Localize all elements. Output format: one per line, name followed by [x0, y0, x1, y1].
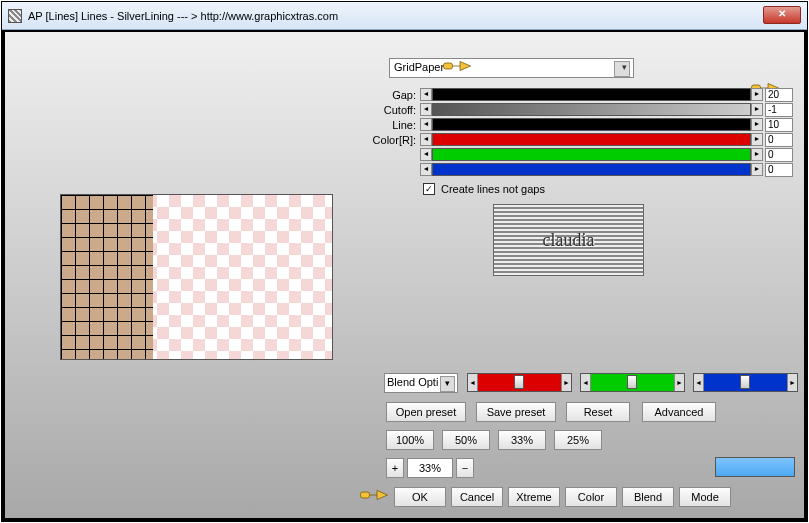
- app-icon: [8, 9, 22, 23]
- logo-text: claudia: [543, 230, 595, 251]
- colorG-decrease[interactable]: ◄: [420, 148, 432, 161]
- gap-increase[interactable]: ►: [751, 88, 763, 101]
- preset-value: GridPaper: [394, 61, 444, 73]
- svg-rect-0: [444, 63, 453, 69]
- green-slider[interactable]: ◄ ►: [580, 373, 685, 392]
- line-row: Line: ◄ ► 10: [368, 117, 793, 132]
- colorB-value[interactable]: 0: [765, 163, 793, 177]
- preview-grid-image: [61, 195, 153, 359]
- cutoff-label: Cutoff:: [368, 104, 420, 116]
- ok-button[interactable]: OK: [394, 487, 446, 507]
- slider-thumb[interactable]: [627, 375, 637, 389]
- colorG-slider[interactable]: [432, 148, 751, 161]
- line-increase[interactable]: ►: [751, 118, 763, 131]
- color-swatch[interactable]: [715, 457, 795, 477]
- colorB-row: ◄ ► 0: [368, 162, 793, 177]
- red-slider[interactable]: ◄ ►: [467, 373, 572, 392]
- colorB-increase[interactable]: ►: [751, 163, 763, 176]
- client-area: GridPaper Gap: ◄ ► 20 Cutoff: ◄ ► -1 Lin…: [2, 30, 807, 521]
- colorG-value[interactable]: 0: [765, 148, 793, 162]
- blue-slider-inc[interactable]: ►: [787, 374, 797, 391]
- colorG-increase[interactable]: ►: [751, 148, 763, 161]
- slider-thumb[interactable]: [740, 375, 750, 389]
- pointer-hand-icon: [359, 485, 389, 505]
- blue-slider-track[interactable]: [704, 374, 787, 391]
- window-title: AP [Lines] Lines - SilverLining --- > ht…: [28, 10, 338, 22]
- titlebar[interactable]: AP [Lines] Lines - SilverLining --- > ht…: [2, 2, 807, 30]
- line-slider[interactable]: [432, 118, 751, 131]
- slider-thumb[interactable]: [514, 375, 524, 389]
- create-lines-checkbox-row: ✓ Create lines not gaps: [423, 183, 545, 195]
- gap-slider[interactable]: [432, 88, 751, 101]
- cutoff-value[interactable]: -1: [765, 103, 793, 117]
- green-slider-dec[interactable]: ◄: [581, 374, 591, 391]
- zoom-in-button[interactable]: +: [386, 458, 404, 478]
- red-slider-inc[interactable]: ►: [561, 374, 571, 391]
- colorB-slider[interactable]: [432, 163, 751, 176]
- create-lines-label: Create lines not gaps: [441, 183, 545, 195]
- colorB-decrease[interactable]: ◄: [420, 163, 432, 176]
- cancel-button[interactable]: Cancel: [451, 487, 503, 507]
- colorR-increase[interactable]: ►: [751, 133, 763, 146]
- zoom-100-button[interactable]: 100%: [386, 430, 434, 450]
- line-value[interactable]: 10: [765, 118, 793, 132]
- reset-button[interactable]: Reset: [566, 402, 630, 422]
- color-button[interactable]: Color: [565, 487, 617, 507]
- svg-rect-2: [361, 492, 370, 498]
- blend-dropdown[interactable]: Blend Opti: [384, 373, 458, 393]
- gap-label: Gap:: [368, 89, 420, 101]
- colorR-row: Color[R]: ◄ ► 0: [368, 132, 793, 147]
- open-preset-button[interactable]: Open preset: [386, 402, 466, 422]
- colorR-decrease[interactable]: ◄: [420, 133, 432, 146]
- save-preset-button[interactable]: Save preset: [476, 402, 556, 422]
- colorR-slider[interactable]: [432, 133, 751, 146]
- cutoff-increase[interactable]: ►: [751, 103, 763, 116]
- zoom-50-button[interactable]: 50%: [442, 430, 490, 450]
- cutoff-decrease[interactable]: ◄: [420, 103, 432, 116]
- xtreme-button[interactable]: Xtreme: [508, 487, 560, 507]
- green-slider-track[interactable]: [591, 374, 674, 391]
- zoom-33-button[interactable]: 33%: [498, 430, 546, 450]
- line-label: Line:: [368, 119, 420, 131]
- blend-value: Blend Opti: [387, 376, 438, 388]
- gap-value[interactable]: 20: [765, 88, 793, 102]
- blend-button[interactable]: Blend: [622, 487, 674, 507]
- advanced-button[interactable]: Advanced: [642, 402, 716, 422]
- zoom-value[interactable]: 33%: [407, 458, 453, 478]
- cutoff-slider[interactable]: [432, 103, 751, 116]
- colorR-label: Color[R]:: [368, 134, 420, 146]
- create-lines-checkbox[interactable]: ✓: [423, 183, 435, 195]
- preview-panel: [60, 194, 333, 360]
- blue-slider-dec[interactable]: ◄: [694, 374, 704, 391]
- pointer-hand-icon: [442, 56, 472, 76]
- line-decrease[interactable]: ◄: [420, 118, 432, 131]
- colorG-row: ◄ ► 0: [368, 147, 793, 162]
- zoom-out-button[interactable]: −: [456, 458, 474, 478]
- logo-banner: claudia: [493, 204, 644, 276]
- mode-button[interactable]: Mode: [679, 487, 731, 507]
- close-button[interactable]: ✕: [763, 6, 801, 24]
- cutoff-row: Cutoff: ◄ ► -1: [368, 102, 793, 117]
- gap-decrease[interactable]: ◄: [420, 88, 432, 101]
- green-slider-inc[interactable]: ►: [674, 374, 684, 391]
- red-slider-track[interactable]: [478, 374, 561, 391]
- preset-dropdown[interactable]: GridPaper: [389, 58, 634, 78]
- red-slider-dec[interactable]: ◄: [468, 374, 478, 391]
- zoom-25-button[interactable]: 25%: [554, 430, 602, 450]
- dialog-window: AP [Lines] Lines - SilverLining --- > ht…: [1, 1, 808, 522]
- gap-row: Gap: ◄ ► 20: [368, 87, 793, 102]
- blue-slider[interactable]: ◄ ►: [693, 373, 798, 392]
- colorR-value[interactable]: 0: [765, 133, 793, 147]
